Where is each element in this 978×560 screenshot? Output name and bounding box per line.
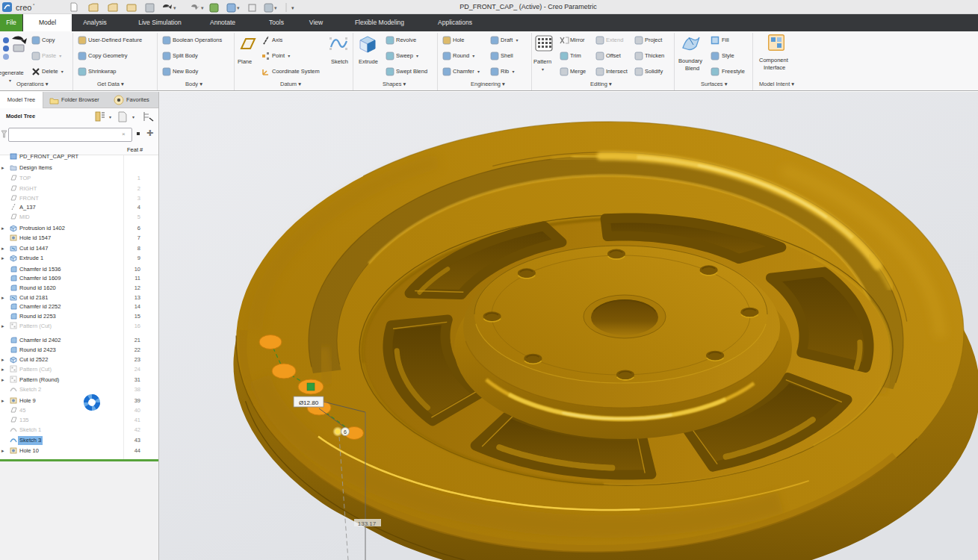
svg-text:133.17: 133.17	[358, 520, 377, 527]
svg-text:Ø12.80: Ø12.80	[299, 399, 319, 406]
svg-text:6: 6	[344, 429, 347, 435]
